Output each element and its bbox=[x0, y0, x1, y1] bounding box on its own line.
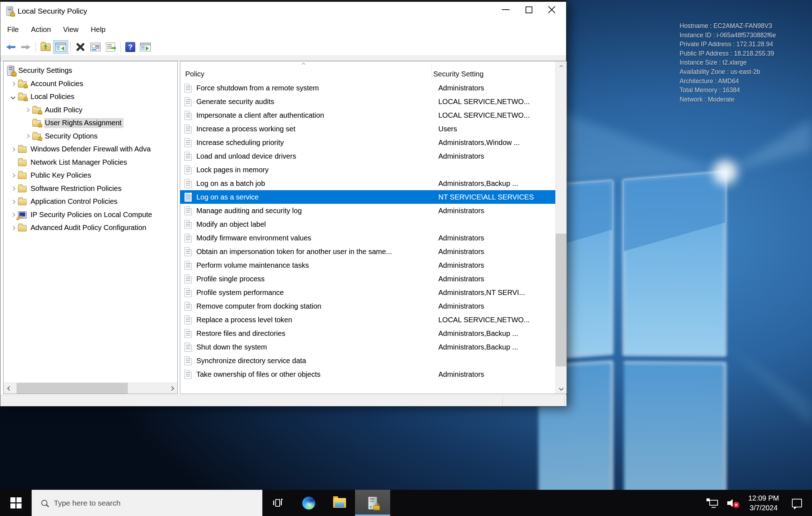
title-bar[interactable]: Local Security Policy bbox=[0, 2, 566, 20]
minimize-button[interactable] bbox=[494, 2, 517, 18]
console-tree-icon bbox=[55, 43, 66, 51]
tree-item-windows-defender-firewall[interactable]: Windows Defender Firewall with Adva bbox=[4, 143, 177, 156]
tree-item-audit-policy[interactable]: Audit Policy bbox=[4, 104, 177, 117]
tree-item-public-key-policies[interactable]: Public Key Policies bbox=[4, 169, 177, 182]
policy-icon bbox=[185, 152, 192, 161]
tree-item-advanced-audit-policy[interactable]: Advanced Audit Policy Configuration bbox=[4, 221, 177, 235]
new-window-button[interactable] bbox=[138, 40, 153, 54]
tree-item-network-list-manager[interactable]: Network List Manager Policies bbox=[4, 156, 177, 169]
taskbar-clock[interactable]: 12:09 PM 3/7/2024 bbox=[748, 493, 779, 513]
expand-chevron-icon bbox=[11, 81, 15, 86]
horizontal-scroll-thumb[interactable] bbox=[17, 383, 128, 394]
local-security-policy-window: Local Security Policy File Action View H… bbox=[0, 0, 566, 407]
up-one-level-button[interactable] bbox=[38, 40, 53, 54]
close-button[interactable] bbox=[540, 2, 563, 18]
policy-icon bbox=[185, 220, 192, 229]
column-divider[interactable] bbox=[431, 64, 432, 79]
folder-lock-icon bbox=[32, 120, 41, 127]
menu-action[interactable]: Action bbox=[25, 20, 57, 39]
policy-icon bbox=[185, 329, 192, 338]
delete-button[interactable] bbox=[73, 40, 88, 54]
tree-item-security-options[interactable]: Security Options bbox=[4, 130, 177, 143]
screen: Hostname : EC2AMAZ-FAN98V3 Instance ID :… bbox=[0, 0, 812, 516]
status-bar-divider bbox=[564, 396, 565, 405]
file-explorer-icon bbox=[333, 498, 346, 508]
sort-ascending-icon bbox=[302, 63, 305, 66]
new-window-icon bbox=[140, 43, 151, 51]
policy-row[interactable]: Restore files and directoriesAdministrat… bbox=[180, 327, 555, 340]
vertical-scroll-thumb[interactable] bbox=[556, 234, 566, 366]
back-button[interactable] bbox=[3, 40, 18, 54]
menu-help[interactable]: Help bbox=[85, 20, 112, 39]
policy-icon bbox=[185, 165, 192, 174]
action-center-icon[interactable] bbox=[792, 499, 802, 507]
policy-row[interactable]: Shut down the systemAdministrators,Backu… bbox=[180, 340, 555, 354]
tree-item-user-rights-assignment[interactable]: User Rights Assignment bbox=[4, 117, 177, 130]
expand-chevron-icon bbox=[11, 212, 15, 217]
expand-chevron-icon bbox=[11, 226, 15, 230]
policy-icon bbox=[185, 97, 192, 106]
policy-row[interactable]: Obtain an impersonation token for anothe… bbox=[180, 245, 555, 258]
secpol-app-icon bbox=[368, 496, 377, 509]
scroll-left-button[interactable] bbox=[4, 383, 15, 394]
show-console-tree-button[interactable] bbox=[53, 40, 68, 54]
tree-item-local-policies[interactable]: Local Policies bbox=[4, 90, 177, 104]
tree-horizontal-scrollbar[interactable] bbox=[4, 383, 177, 394]
start-button[interactable] bbox=[0, 490, 32, 516]
policy-row[interactable]: Modify an object label bbox=[180, 217, 555, 231]
collapse-chevron-icon bbox=[11, 95, 15, 99]
edge-taskbar-button[interactable] bbox=[293, 490, 324, 516]
policy-row[interactable]: Force shutdown from a remote systemAdmin… bbox=[180, 81, 555, 95]
edge-browser-icon bbox=[302, 497, 315, 510]
menu-file[interactable]: File bbox=[1, 20, 25, 39]
taskbar-search-box[interactable]: Type here to search bbox=[32, 490, 262, 516]
file-explorer-taskbar-button[interactable] bbox=[324, 490, 355, 516]
folder-icon bbox=[18, 173, 27, 179]
scroll-down-button[interactable] bbox=[556, 383, 566, 394]
taskbar: Type here to search 12:09 PM 3/7/2024 bbox=[0, 490, 812, 516]
volume-muted-icon[interactable] bbox=[727, 498, 739, 508]
policy-row[interactable]: Synchronize directory service data bbox=[180, 354, 555, 367]
tree-item-account-policies[interactable]: Account Policies bbox=[4, 78, 177, 91]
column-header-policy[interactable]: Policy bbox=[185, 70, 204, 78]
scroll-up-button[interactable] bbox=[556, 61, 566, 72]
forward-button[interactable] bbox=[18, 40, 33, 54]
tree-item-software-restriction-policies[interactable]: Software Restriction Policies bbox=[4, 182, 177, 196]
policy-row-selected[interactable]: Log on as a serviceNT SERVICE\ALL SERVIC… bbox=[180, 190, 555, 204]
policy-row[interactable]: Log on as a batch jobAdministrators,Back… bbox=[180, 177, 555, 190]
policy-row[interactable]: Perform volume maintenance tasksAdminist… bbox=[180, 258, 555, 272]
policy-icon bbox=[185, 356, 192, 365]
policy-row[interactable]: Profile system performanceAdministrators… bbox=[180, 286, 555, 299]
local-security-policy-taskbar-button[interactable] bbox=[355, 490, 390, 516]
menu-view[interactable]: View bbox=[57, 20, 85, 39]
info-instance-id: Instance ID : i-065a48f5730882f6e bbox=[680, 31, 776, 40]
tree-item-ip-security-policies[interactable]: IP Security Policies on Local Compute bbox=[4, 208, 177, 222]
policy-row[interactable]: Manage auditing and security logAdminist… bbox=[180, 204, 555, 217]
network-tray-icon[interactable] bbox=[706, 498, 718, 508]
policy-row[interactable]: Load and unload device driversAdministra… bbox=[180, 149, 555, 163]
task-view-button[interactable] bbox=[262, 490, 293, 516]
list-vertical-scrollbar[interactable] bbox=[555, 61, 566, 394]
tree-item-security-settings[interactable]: Security Settings bbox=[4, 64, 177, 78]
policy-row[interactable]: Replace a process level tokenLOCAL SERVI… bbox=[180, 313, 555, 327]
policy-row[interactable]: Profile single processAdministrators bbox=[180, 272, 555, 286]
info-private-ip: Private IP Address : 172.31.28.94 bbox=[680, 40, 776, 49]
policy-row[interactable]: Take ownership of files or other objects… bbox=[180, 367, 555, 381]
policy-row[interactable]: Remove computer from docking stationAdmi… bbox=[180, 299, 555, 313]
scroll-right-button[interactable] bbox=[166, 383, 177, 394]
folder-icon bbox=[18, 225, 27, 231]
policy-row[interactable]: Generate security auditsLOCAL SERVICE,NE… bbox=[180, 95, 555, 108]
tree-item-application-control-policies[interactable]: Application Control Policies bbox=[4, 195, 177, 208]
policy-row[interactable]: Increase scheduling priorityAdministrato… bbox=[180, 136, 555, 149]
help-button[interactable]: ? bbox=[123, 40, 138, 54]
maximize-button[interactable] bbox=[517, 2, 540, 18]
policy-row[interactable]: Modify firmware environment valuesAdmini… bbox=[180, 231, 555, 245]
properties-button[interactable] bbox=[88, 40, 103, 54]
desktop-info-text: Hostname : EC2AMAZ-FAN98V3 Instance ID :… bbox=[680, 22, 776, 104]
policy-row[interactable]: Increase a process working setUsers bbox=[180, 122, 555, 136]
column-header-security-setting[interactable]: Security Setting bbox=[433, 70, 484, 78]
mute-badge-icon bbox=[733, 502, 739, 508]
policy-row[interactable]: Impersonate a client after authenticatio… bbox=[180, 108, 555, 122]
policy-row[interactable]: Lock pages in memory bbox=[180, 163, 555, 177]
export-list-button[interactable] bbox=[103, 40, 118, 54]
